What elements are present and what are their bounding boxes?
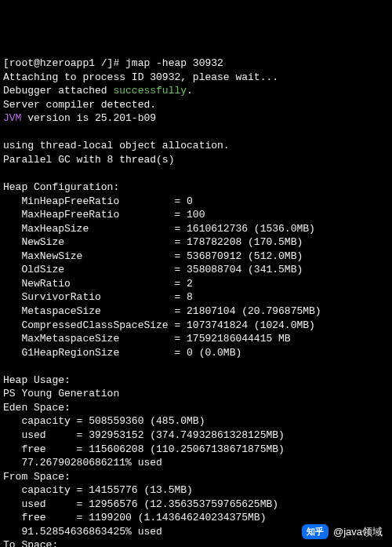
heap-config-row: MaxHeapSize = 1610612736 (1536.0MB)	[3, 222, 389, 236]
heap-value-row: used = 392953152 (374.74932861328125MB)	[3, 428, 389, 443]
blank	[3, 167, 389, 181]
debugger-line: Debugger attached successfully.	[3, 84, 389, 98]
heap-config-row: CompressedClassSpaceSize = 1073741824 (1…	[3, 319, 389, 333]
blank	[3, 359, 389, 374]
parallel-line: Parallel GC with 8 thread(s)	[3, 153, 389, 167]
heap-config-row: MaxMetaspaceSize = 17592186044415 MB	[3, 332, 389, 346]
heap-value-row: used = 12956576 (12.356353759765625MB)	[3, 498, 389, 512]
heap-section-title: PS Young Generation	[3, 387, 389, 401]
heap-config-row: OldSize = 358088704 (341.5MB)	[3, 263, 389, 277]
heap-config-row: NewRatio = 2	[3, 277, 389, 291]
heap-space-label: To Space:	[3, 538, 389, 547]
watermark: 知乎 @java领域	[302, 524, 383, 539]
heap-config-row: MaxNewSize = 536870912 (512.0MB)	[3, 250, 389, 264]
heap-value-row: capacity = 508559360 (485.0MB)	[3, 414, 389, 428]
heap-config-row: MinHeapFreeRatio = 0	[3, 195, 389, 209]
allocation-line: using thread-local object allocation.	[3, 139, 389, 153]
heap-value-row: capacity = 14155776 (13.5MB)	[3, 483, 389, 498]
jvm-line: JVM version is 25.201-b09	[3, 111, 389, 126]
heap-config-row: MaxHeapFreeRatio = 100	[3, 208, 389, 222]
shell-prompt-line[interactable]: [root@hzeroapp1 /]# jmap -heap 30932	[3, 57, 389, 71]
heap-value-row: free = 1199200 (1.143646240234375MB)	[3, 511, 389, 525]
attach-line: Attaching to process ID 30932, please wa…	[3, 71, 389, 85]
heap-value-row: 77.26790280686211% used	[3, 456, 389, 470]
heap-config-row: NewSize = 178782208 (170.5MB)	[3, 235, 389, 250]
terminal-output: [root@hzeroapp1 /]# jmap -heap 30932Atta…	[0, 55, 392, 547]
zhihu-badge-icon: 知乎	[302, 524, 328, 539]
heap-config-row: G1HeapRegionSize = 0 (0.0MB)	[3, 346, 389, 360]
heap-usage-header: Heap Usage:	[3, 374, 389, 388]
server-line: Server compiler detected.	[3, 98, 389, 112]
heap-config-row: SurvivorRatio = 8	[3, 290, 389, 304]
heap-config-header: Heap Configuration:	[3, 181, 389, 195]
heap-value-row: free = 115606208 (110.25067138671875MB)	[3, 443, 389, 457]
blank	[3, 126, 389, 140]
heap-space-label: From Space:	[3, 470, 389, 484]
heap-space-label: Eden Space:	[3, 401, 389, 415]
heap-config-row: MetaspaceSize = 21807104 (20.796875MB)	[3, 304, 389, 319]
watermark-author: @java领域	[333, 525, 383, 539]
